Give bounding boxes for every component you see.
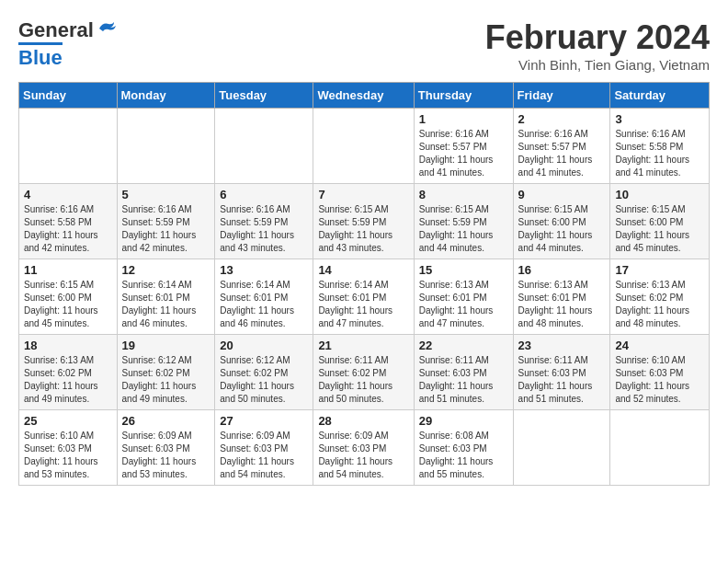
day-number: 24 (615, 339, 704, 352)
day-info: Sunrise: 6:14 AM Sunset: 6:01 PM Dayligh… (220, 279, 308, 330)
day-info: Sunrise: 6:13 AM Sunset: 6:02 PM Dayligh… (24, 354, 112, 406)
location-subtitle: Vinh Binh, Tien Giang, Vietnam (485, 57, 710, 73)
calendar-cell: 20Sunrise: 6:12 AM Sunset: 6:02 PM Dayli… (215, 335, 313, 410)
day-number: 9 (518, 188, 606, 201)
calendar-weekday-sunday: Sunday (19, 83, 118, 109)
calendar-cell: 7Sunrise: 6:15 AM Sunset: 5:59 PM Daylig… (313, 184, 414, 259)
day-number: 29 (419, 414, 508, 428)
day-info: Sunrise: 6:13 AM Sunset: 6:01 PM Dayligh… (518, 279, 606, 330)
day-info: Sunrise: 6:11 AM Sunset: 6:02 PM Dayligh… (318, 354, 408, 406)
calendar-cell: 13Sunrise: 6:14 AM Sunset: 6:01 PM Dayli… (215, 259, 313, 335)
day-number: 19 (122, 339, 210, 352)
day-number: 7 (318, 188, 408, 201)
calendar-cell: 29Sunrise: 6:08 AM Sunset: 6:03 PM Dayli… (414, 410, 513, 486)
day-number: 13 (220, 263, 308, 277)
day-number: 2 (518, 112, 606, 126)
calendar-week-row: 11Sunrise: 6:15 AM Sunset: 6:00 PM Dayli… (19, 259, 710, 335)
calendar-cell: 19Sunrise: 6:12 AM Sunset: 6:02 PM Dayli… (117, 335, 215, 410)
calendar-cell: 15Sunrise: 6:13 AM Sunset: 6:01 PM Dayli… (414, 259, 513, 335)
calendar-header-row: SundayMondayTuesdayWednesdayThursdayFrid… (19, 83, 710, 109)
day-info: Sunrise: 6:14 AM Sunset: 6:01 PM Dayligh… (318, 279, 408, 330)
logo-general: General (18, 18, 94, 42)
calendar-cell: 17Sunrise: 6:13 AM Sunset: 6:02 PM Dayli… (610, 259, 710, 335)
calendar-weekday-saturday: Saturday (610, 83, 710, 109)
logo: General Blue (18, 18, 116, 70)
calendar-cell: 22Sunrise: 6:11 AM Sunset: 6:03 PM Dayli… (414, 335, 513, 410)
calendar-weekday-tuesday: Tuesday (215, 83, 313, 109)
day-number: 23 (518, 339, 606, 352)
calendar-cell: 11Sunrise: 6:15 AM Sunset: 6:00 PM Dayli… (19, 259, 118, 335)
logo-blue: Blue (18, 42, 63, 70)
calendar-cell (610, 410, 710, 486)
day-number: 18 (24, 339, 112, 352)
title-area: February 2024 Vinh Binh, Tien Giang, Vie… (485, 18, 710, 73)
day-number: 15 (419, 263, 508, 277)
day-info: Sunrise: 6:16 AM Sunset: 5:58 PM Dayligh… (24, 203, 112, 255)
calendar-cell: 23Sunrise: 6:11 AM Sunset: 6:03 PM Dayli… (513, 335, 610, 410)
calendar-cell: 6Sunrise: 6:16 AM Sunset: 5:59 PM Daylig… (215, 184, 313, 259)
calendar-cell (19, 109, 118, 184)
day-info: Sunrise: 6:16 AM Sunset: 5:59 PM Dayligh… (220, 203, 308, 255)
calendar-weekday-thursday: Thursday (414, 83, 513, 109)
day-info: Sunrise: 6:11 AM Sunset: 6:03 PM Dayligh… (518, 354, 606, 406)
calendar-cell: 4Sunrise: 6:16 AM Sunset: 5:58 PM Daylig… (19, 184, 118, 259)
calendar-cell: 16Sunrise: 6:13 AM Sunset: 6:01 PM Dayli… (513, 259, 610, 335)
day-number: 14 (318, 263, 408, 277)
calendar-cell: 10Sunrise: 6:15 AM Sunset: 6:00 PM Dayli… (610, 184, 710, 259)
day-info: Sunrise: 6:13 AM Sunset: 6:02 PM Dayligh… (615, 279, 704, 330)
calendar-week-row: 25Sunrise: 6:10 AM Sunset: 6:03 PM Dayli… (19, 410, 710, 486)
day-number: 26 (122, 414, 210, 428)
calendar-cell (117, 109, 215, 184)
calendar-cell: 9Sunrise: 6:15 AM Sunset: 6:00 PM Daylig… (513, 184, 610, 259)
day-info: Sunrise: 6:16 AM Sunset: 5:59 PM Dayligh… (122, 203, 210, 255)
day-number: 16 (518, 263, 606, 277)
logo-bird-icon (96, 20, 116, 37)
calendar-cell: 8Sunrise: 6:15 AM Sunset: 5:59 PM Daylig… (414, 184, 513, 259)
calendar-cell: 12Sunrise: 6:14 AM Sunset: 6:01 PM Dayli… (117, 259, 215, 335)
day-info: Sunrise: 6:09 AM Sunset: 6:03 PM Dayligh… (220, 430, 308, 481)
day-info: Sunrise: 6:15 AM Sunset: 6:00 PM Dayligh… (518, 203, 606, 255)
day-number: 28 (318, 414, 408, 428)
calendar-table: SundayMondayTuesdayWednesdayThursdayFrid… (18, 82, 710, 486)
day-info: Sunrise: 6:15 AM Sunset: 6:00 PM Dayligh… (24, 279, 112, 330)
calendar-week-row: 18Sunrise: 6:13 AM Sunset: 6:02 PM Dayli… (19, 335, 710, 410)
day-number: 8 (419, 188, 508, 201)
calendar-weekday-friday: Friday (513, 83, 610, 109)
day-info: Sunrise: 6:15 AM Sunset: 5:59 PM Dayligh… (419, 203, 508, 255)
calendar-cell: 14Sunrise: 6:14 AM Sunset: 6:01 PM Dayli… (313, 259, 414, 335)
day-number: 6 (220, 188, 308, 201)
calendar-week-row: 1Sunrise: 6:16 AM Sunset: 5:57 PM Daylig… (19, 109, 710, 184)
day-info: Sunrise: 6:11 AM Sunset: 6:03 PM Dayligh… (419, 354, 508, 406)
calendar-cell (215, 109, 313, 184)
day-info: Sunrise: 6:16 AM Sunset: 5:57 PM Dayligh… (518, 128, 606, 179)
day-info: Sunrise: 6:16 AM Sunset: 5:57 PM Dayligh… (419, 128, 508, 179)
day-number: 25 (24, 414, 112, 428)
calendar-cell (313, 109, 414, 184)
day-info: Sunrise: 6:15 AM Sunset: 6:00 PM Dayligh… (615, 203, 704, 255)
calendar-weekday-wednesday: Wednesday (313, 83, 414, 109)
calendar-weekday-monday: Monday (117, 83, 215, 109)
month-year-title: February 2024 (485, 18, 710, 57)
day-info: Sunrise: 6:08 AM Sunset: 6:03 PM Dayligh… (419, 430, 508, 481)
calendar-cell: 24Sunrise: 6:10 AM Sunset: 6:03 PM Dayli… (610, 335, 710, 410)
day-number: 12 (122, 263, 210, 277)
day-number: 4 (24, 188, 112, 201)
calendar-cell (513, 410, 610, 486)
day-number: 11 (24, 263, 112, 277)
day-number: 17 (615, 263, 704, 277)
day-info: Sunrise: 6:15 AM Sunset: 5:59 PM Dayligh… (318, 203, 408, 255)
calendar-cell: 26Sunrise: 6:09 AM Sunset: 6:03 PM Dayli… (117, 410, 215, 486)
calendar-cell: 28Sunrise: 6:09 AM Sunset: 6:03 PM Dayli… (313, 410, 414, 486)
day-number: 27 (220, 414, 308, 428)
day-info: Sunrise: 6:09 AM Sunset: 6:03 PM Dayligh… (318, 430, 408, 481)
day-info: Sunrise: 6:12 AM Sunset: 6:02 PM Dayligh… (220, 354, 308, 406)
calendar-cell: 2Sunrise: 6:16 AM Sunset: 5:57 PM Daylig… (513, 109, 610, 184)
day-info: Sunrise: 6:10 AM Sunset: 6:03 PM Dayligh… (615, 354, 704, 406)
day-info: Sunrise: 6:10 AM Sunset: 6:03 PM Dayligh… (24, 430, 112, 481)
calendar-week-row: 4Sunrise: 6:16 AM Sunset: 5:58 PM Daylig… (19, 184, 710, 259)
calendar-cell: 1Sunrise: 6:16 AM Sunset: 5:57 PM Daylig… (414, 109, 513, 184)
day-number: 5 (122, 188, 210, 201)
day-number: 22 (419, 339, 508, 352)
calendar-cell: 27Sunrise: 6:09 AM Sunset: 6:03 PM Dayli… (215, 410, 313, 486)
day-info: Sunrise: 6:14 AM Sunset: 6:01 PM Dayligh… (122, 279, 210, 330)
